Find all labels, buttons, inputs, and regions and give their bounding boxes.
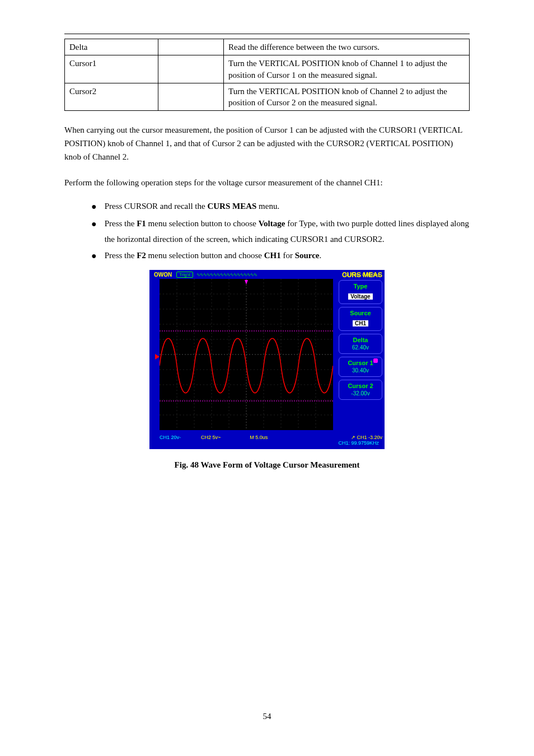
settings-table: Delta Read the difference between the tw… <box>64 39 470 111</box>
menu-label: Type <box>339 283 382 290</box>
menu-title: CURS MEAS <box>342 271 382 279</box>
menu-label: Delta <box>339 337 382 343</box>
ch1-zero-marker <box>155 354 160 360</box>
list-text: Press CURSOR and recall the CURS MEAS me… <box>105 198 470 215</box>
cell <box>158 55 224 83</box>
text: for <box>281 251 295 260</box>
bullet-icon: ● <box>91 248 97 264</box>
frequency-readout: CH1: 99.9759KHz <box>160 440 379 446</box>
text: Press the <box>105 251 137 260</box>
rising-edge-icon: ↗ <box>351 435 357 440</box>
cell <box>158 83 224 111</box>
trigger-readout: ↗ CH1 -3.20v <box>351 435 382 440</box>
menu-cursor2[interactable]: Cursor 2 -32.00v <box>339 380 382 400</box>
top-rule <box>64 34 470 34</box>
bullet-icon: ● <box>91 198 97 215</box>
brand-label: OWON <box>154 272 172 278</box>
trigger-status: Trig'd <box>176 272 193 278</box>
waveform-icon: ∿∿∿∿∿∿∿∿∿∿∿∿∿∿∿∿∿∿ <box>196 272 257 277</box>
list-item: ● Press the F1 menu selection button to … <box>91 216 470 248</box>
text-bold: Source <box>295 251 320 260</box>
menu-readout: -32.00v <box>339 390 382 396</box>
cell: Turn the VERTICAL POSITION knob of Chann… <box>224 83 470 111</box>
menu-type[interactable]: Type Voltage <box>339 280 382 304</box>
text-bold: CURS MEAS <box>207 202 256 211</box>
menu-label: Source <box>339 310 382 316</box>
scope-side-menu: Type Voltage Source CH1 Delta 62.40v Cur… <box>339 280 382 403</box>
scope-status-bar: CH1 20v- CH2 5v~ M 5.0us ↗ CH1 -3.20v CH… <box>160 435 382 446</box>
list-item: ● Press CURSOR and recall the CURS MEAS … <box>91 198 470 215</box>
table-row: Cursor2 Turn the VERTICAL POSITION knob … <box>65 83 470 111</box>
text: . <box>320 251 322 260</box>
text: menu selection button to choose <box>146 219 259 228</box>
figure-caption: Fig. 48 Wave Form of Voltage Cursor Meas… <box>64 460 470 470</box>
cell <box>158 39 224 55</box>
cell: Cursor1 <box>65 55 158 83</box>
text: Press the <box>105 219 137 228</box>
list-item: ● Press the F2 menu selection button and… <box>91 248 470 264</box>
menu-value: Voltage <box>348 293 372 300</box>
page-number: 54 <box>0 712 534 721</box>
menu-label: Cursor 1 <box>339 360 382 366</box>
table-row: Delta Read the difference between the tw… <box>65 39 470 55</box>
text-bold: F1 <box>137 219 146 228</box>
steps-intro: Perform the following operation steps fo… <box>64 176 470 189</box>
timebase: M 5.0us <box>250 435 268 440</box>
intro-paragraph: When carrying out the cursor measurement… <box>64 123 470 164</box>
ch1-scale: CH1 20v- <box>160 435 181 440</box>
text: menu selection button and choose <box>146 251 264 260</box>
menu-readout: 62.40v <box>339 344 382 351</box>
cell: Read the difference between the two curs… <box>224 39 470 55</box>
list-text: Press the F2 menu selection button and c… <box>105 248 470 264</box>
page: Delta Read the difference between the tw… <box>0 0 534 756</box>
oscilloscope-figure: OWON Trig'd ∿∿∿∿∿∿∿∿∿∿∿∿∿∿∿∿∿∿ M Pos: 0.… <box>149 270 385 449</box>
text-bold: CH1 <box>264 251 281 260</box>
text-bold: F2 <box>137 251 146 260</box>
text: CH1 -3.20v <box>357 435 382 440</box>
scope-screen <box>160 279 333 430</box>
menu-delta[interactable]: Delta 62.40v <box>339 334 382 354</box>
text: menu. <box>256 202 279 211</box>
bullet-list: ● Press CURSOR and recall the CURS MEAS … <box>91 198 470 264</box>
cell: Turn the VERTICAL POSITION knob of Chann… <box>224 55 470 83</box>
table-row: Cursor1 Turn the VERTICAL POSITION knob … <box>65 55 470 83</box>
ch2-scale: CH2 5v~ <box>201 435 221 440</box>
cell: Cursor2 <box>65 83 158 111</box>
bullet-icon: ● <box>91 216 97 248</box>
scope-svg <box>160 279 333 430</box>
list-text: Press the F1 menu selection button to ch… <box>105 216 470 248</box>
menu-source[interactable]: Source CH1 <box>339 307 382 331</box>
menu-value: CH1 <box>353 320 368 326</box>
text: Press CURSOR and recall the <box>105 202 208 211</box>
menu-label: Cursor 2 <box>339 382 382 389</box>
svg-marker-20 <box>245 280 248 284</box>
menu-readout: 30.40v <box>339 367 382 374</box>
menu-cursor1[interactable]: Cursor 1 30.40v <box>339 357 382 377</box>
cell: Delta <box>65 39 158 55</box>
caption-text: Fig. 48 Wave Form of Voltage Cursor Meas… <box>175 460 360 469</box>
text-bold: Voltage <box>259 219 285 228</box>
